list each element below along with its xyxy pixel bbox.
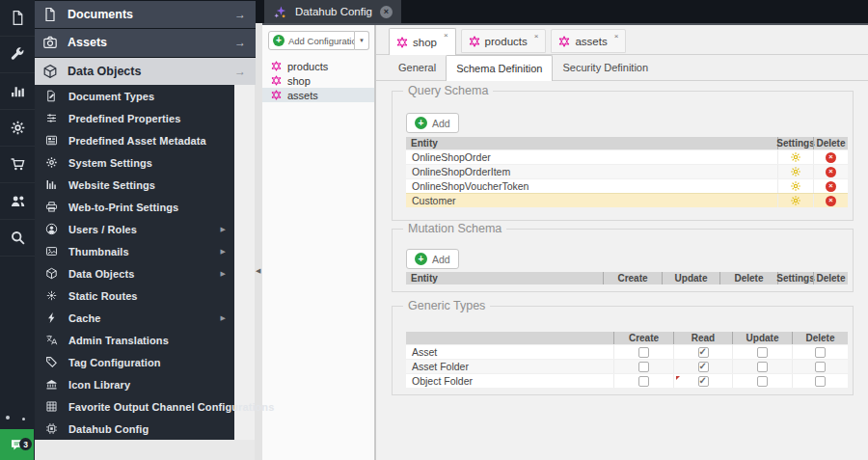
graphql-icon bbox=[271, 61, 282, 71]
submenu-item-label: Web-to-Print Settings bbox=[68, 202, 178, 213]
delete-cell: × bbox=[813, 179, 848, 193]
mutation-schema-add-button[interactable]: + Add bbox=[406, 249, 459, 269]
delete-icon[interactable]: × bbox=[826, 167, 836, 177]
definition-subtab[interactable]: General bbox=[389, 56, 446, 79]
panel-splitter[interactable]: ◀ bbox=[255, 23, 262, 460]
submenu-item-icon bbox=[45, 422, 58, 435]
submenu-item[interactable]: Tag Configuration ▶ bbox=[35, 351, 234, 373]
submenu-item[interactable]: Thumbnails ▶ bbox=[35, 240, 234, 262]
read-checkbox[interactable] bbox=[698, 362, 709, 372]
column-header-delete[interactable]: Delete bbox=[792, 332, 848, 344]
close-icon[interactable]: × bbox=[534, 32, 539, 41]
submenu-item-label: Static Routes bbox=[68, 290, 138, 302]
submenu-item[interactable]: Predefined Properties ▶ bbox=[35, 107, 234, 129]
close-icon[interactable]: × bbox=[444, 31, 448, 40]
strip-tool-button[interactable] bbox=[0, 0, 35, 37]
plus-icon: + bbox=[273, 35, 285, 46]
create-cell bbox=[613, 374, 673, 388]
query-schema-row[interactable]: Customer × bbox=[406, 193, 848, 207]
submenu-item[interactable]: Cache ▶ bbox=[35, 307, 234, 329]
delete-icon[interactable]: × bbox=[826, 196, 836, 206]
configuration-tree-item[interactable]: assets bbox=[262, 88, 374, 102]
column-header-create[interactable]: Create bbox=[613, 332, 673, 344]
create-checkbox[interactable] bbox=[638, 362, 649, 372]
submenu-item-icon bbox=[45, 201, 58, 213]
delete-cell bbox=[792, 360, 848, 373]
read-checkbox[interactable] bbox=[698, 347, 709, 358]
submenu-item-label: System Settings bbox=[68, 157, 152, 169]
submenu-item[interactable]: Static Routes ▶ bbox=[35, 284, 234, 307]
submenu-item[interactable]: Datahub Config ▶ bbox=[35, 418, 234, 440]
submenu-item-icon bbox=[45, 289, 58, 302]
column-header-entity[interactable]: Entity bbox=[406, 137, 777, 149]
delete-icon[interactable]: × bbox=[826, 152, 836, 163]
submenu-item[interactable]: Favorite Output Channel Configurations ▶ bbox=[35, 395, 234, 418]
close-icon[interactable]: × bbox=[380, 6, 393, 18]
column-header-settings[interactable]: Settings bbox=[777, 272, 813, 284]
collapse-left-icon[interactable]: ◀ bbox=[256, 267, 260, 275]
delete-icon[interactable]: × bbox=[826, 181, 836, 192]
column-header-create[interactable]: Create bbox=[603, 272, 662, 284]
menu-header[interactable]: Data Objects → bbox=[35, 58, 256, 85]
delete-checkbox[interactable] bbox=[815, 376, 826, 387]
submenu-item[interactable]: Web-to-Print Settings ▶ bbox=[35, 196, 234, 218]
submenu-item[interactable]: Predefined Asset Metadata ▶ bbox=[35, 129, 234, 151]
submenu-item[interactable]: Admin Translations ▶ bbox=[35, 329, 234, 351]
query-schema-legend: Query Schema bbox=[403, 84, 493, 97]
delete-checkbox[interactable] bbox=[815, 362, 826, 372]
query-schema-row[interactable]: OnlineShopOrder × bbox=[406, 149, 848, 164]
add-configuration-dropdown[interactable]: ▼ bbox=[355, 31, 369, 50]
update-checkbox[interactable] bbox=[757, 347, 768, 358]
submenu-item[interactable]: Document Types ▶ bbox=[35, 85, 234, 107]
definition-subtab[interactable]: Security Definition bbox=[553, 56, 658, 79]
menu-header[interactable]: Documents → bbox=[35, 1, 256, 28]
submenu-item-icon bbox=[45, 223, 58, 235]
column-header-entity[interactable]: Entity bbox=[406, 272, 603, 284]
create-checkbox[interactable] bbox=[638, 347, 649, 358]
submenu-item[interactable]: System Settings ▶ bbox=[35, 151, 234, 174]
strip-tool-button[interactable] bbox=[0, 73, 35, 110]
strip-tool-button[interactable] bbox=[0, 183, 35, 220]
submenu-item[interactable]: Icon Library ▶ bbox=[35, 373, 234, 395]
update-checkbox[interactable] bbox=[757, 376, 768, 387]
chevron-right-icon: ▶ bbox=[221, 314, 226, 322]
column-header-settings[interactable]: Settings bbox=[777, 137, 813, 149]
settings-gear-icon[interactable] bbox=[790, 195, 801, 206]
create-checkbox[interactable] bbox=[638, 376, 649, 387]
query-schema-add-button[interactable]: + Add bbox=[406, 113, 459, 133]
config-tab[interactable]: shop × bbox=[389, 28, 456, 55]
delete-cell: × bbox=[813, 194, 848, 207]
submenu-item[interactable]: Users / Roles ▶ bbox=[35, 218, 234, 240]
definition-subtab[interactable]: Schema Definition bbox=[446, 55, 553, 81]
configuration-tree-item[interactable]: products bbox=[262, 59, 374, 73]
column-header-delete[interactable]: Delete bbox=[813, 137, 848, 149]
config-tab[interactable]: assets × bbox=[551, 29, 626, 53]
menu-header[interactable]: Assets → bbox=[35, 29, 256, 56]
read-checkbox[interactable] bbox=[698, 376, 709, 387]
strip-tool-button[interactable] bbox=[0, 110, 35, 147]
config-tab[interactable]: products × bbox=[461, 29, 547, 53]
strip-tool-button[interactable] bbox=[0, 147, 35, 183]
column-header-read[interactable]: Read bbox=[673, 332, 732, 344]
strip-tool-button[interactable] bbox=[0, 220, 35, 257]
strip-tool-button[interactable] bbox=[0, 37, 35, 73]
add-configuration-button[interactable]: + Add Configuration bbox=[268, 31, 355, 50]
settings-gear-icon[interactable] bbox=[790, 151, 801, 163]
settings-gear-icon[interactable] bbox=[790, 166, 801, 177]
column-header-delete[interactable]: Delete bbox=[719, 272, 777, 284]
column-header-update[interactable]: Update bbox=[732, 332, 792, 344]
notifications-button[interactable]: 3 bbox=[0, 429, 34, 460]
column-header-update[interactable]: Update bbox=[662, 272, 719, 284]
close-icon[interactable]: × bbox=[614, 32, 619, 41]
delete-checkbox[interactable] bbox=[815, 347, 826, 358]
update-checkbox[interactable] bbox=[757, 362, 768, 372]
submenu-item[interactable]: Data Objects ▶ bbox=[35, 262, 234, 284]
query-schema-row[interactable]: OnlineShopOrderItem × bbox=[406, 164, 848, 178]
query-schema-row[interactable]: OnlineShopVoucherToken × bbox=[406, 178, 848, 193]
submenu-item[interactable]: Website Settings ▶ bbox=[35, 174, 234, 196]
settings-gear-icon[interactable] bbox=[790, 180, 801, 192]
configuration-tree-item[interactable]: shop bbox=[262, 73, 374, 88]
query-schema-fieldset: Query Schema + Add Entity Settings Delet… bbox=[392, 91, 854, 221]
column-header-delete2[interactable]: Delete bbox=[813, 272, 848, 284]
workspace-tab-datahub-config[interactable]: Datahub Config × bbox=[264, 0, 401, 23]
